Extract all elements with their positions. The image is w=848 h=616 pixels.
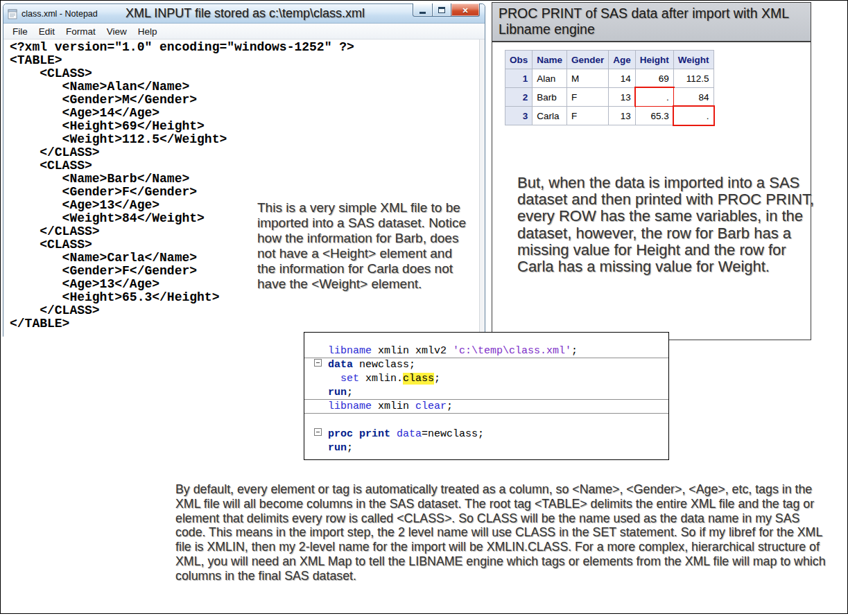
fold-collapse-icon[interactable] [314, 428, 322, 436]
column-header-name: Name [533, 51, 567, 69]
scrollbar[interactable] [479, 39, 485, 337]
code-token: libname [328, 345, 372, 357]
missing-height-cell: . [635, 88, 673, 107]
menu-format[interactable]: Format [60, 26, 101, 37]
menu-edit[interactable]: Edit [33, 26, 60, 37]
table-cell: M [567, 69, 609, 88]
table-cell: 84 [673, 88, 713, 107]
code-line: libname xmlin clear; [304, 400, 668, 414]
close-button[interactable] [451, 3, 480, 17]
code-line: run; [304, 386, 668, 400]
titlebar-caption: XML INPUT file stored as c:\temp\class.x… [126, 6, 365, 21]
page: class.xml - Notepad XML INPUT file store… [0, 0, 848, 614]
table-cell: 65.3 [635, 107, 673, 125]
code-token: data [397, 428, 422, 440]
code-token: ; [347, 442, 353, 454]
code-token: run [328, 387, 347, 398]
table-cell: 2 [505, 88, 533, 107]
table-row: 1 Alan M 14 69 112.5 [505, 69, 714, 88]
menu-view[interactable]: View [101, 26, 132, 37]
maximize-button[interactable] [433, 3, 451, 17]
explanation-note: By default, every element or tag is auto… [175, 482, 833, 583]
table-cell: F [567, 107, 609, 125]
code-token: 'c:\temp\class.xml' [453, 345, 571, 357]
table-cell: Alan [533, 69, 567, 88]
table-cell: F [567, 88, 609, 107]
code-token: xmlin. [359, 373, 403, 385]
sas-code-editor[interactable]: libname xmlin xmlv2 'c:\temp\class.xml';… [304, 332, 669, 460]
notepad-menubar: File Edit Format View Help [3, 24, 485, 39]
table-cell: 14 [609, 69, 636, 88]
code-token: ; [447, 401, 453, 412]
notepad-text-area[interactable]: <?xml version="1.0" encoding="windows-12… [3, 39, 485, 337]
column-header-gender: Gender [567, 51, 609, 69]
minimize-button[interactable] [413, 3, 433, 17]
proc-print-table: Obs Name Gender Age Height Weight 1 Alan… [505, 50, 714, 125]
code-token: xmlin [372, 401, 415, 412]
window-controls [413, 3, 480, 17]
table-row: 2 Barb F 13 . 84 [505, 88, 714, 107]
table-cell: Barb [533, 88, 567, 107]
table-cell: 13 [609, 107, 636, 125]
panel-header: PROC PRINT of SAS data after import with… [492, 3, 811, 42]
code-line: set xmlin.class; [304, 372, 668, 386]
code-token: clear [415, 401, 447, 412]
code-token: xmlin xmlv2 [372, 345, 453, 357]
code-token: libname [328, 401, 372, 412]
missing-values-note: But, when the data is imported into a SA… [517, 175, 821, 275]
table-row: 3 Carla F 13 65.3 . [505, 107, 714, 125]
menu-help[interactable]: Help [132, 26, 163, 37]
code-line: proc print data=newclass; [304, 428, 668, 441]
maximize-icon [438, 7, 445, 13]
column-header-height: Height [635, 51, 673, 69]
table-cell: Carla [533, 107, 567, 125]
code-token [328, 373, 340, 385]
code-token: run [328, 442, 347, 454]
table-cell: 13 [609, 88, 636, 107]
code-token: ; [347, 387, 353, 398]
code-token: ; [571, 345, 578, 357]
column-header-age: Age [609, 51, 636, 69]
missing-weight-cell: . [673, 107, 713, 125]
notepad-titlebar[interactable]: class.xml - Notepad XML INPUT file store… [3, 4, 485, 24]
window-title: class.xml - Notepad [21, 9, 98, 19]
code-line [304, 414, 668, 428]
code-token: data [328, 359, 353, 371]
code-token [390, 428, 397, 440]
column-header-obs: Obs [505, 51, 533, 69]
code-token: =newclass; [422, 428, 484, 440]
code-token: class [403, 373, 434, 385]
code-area: libname xmlin xmlv2 'c:\temp\class.xml';… [304, 333, 668, 455]
column-header-weight: Weight [673, 51, 713, 69]
fold-collapse-icon[interactable] [314, 359, 322, 367]
table-cell: 1 [505, 69, 533, 88]
code-token: newclass; [353, 359, 415, 371]
notepad-app-icon [8, 8, 17, 19]
table-cell: 69 [635, 69, 673, 88]
menu-file[interactable]: File [7, 26, 33, 37]
proc-print-panel: PROC PRINT of SAS data after import with… [492, 2, 811, 340]
code-line: data newclass; [304, 358, 668, 372]
panel-title: PROC PRINT of SAS data after import with… [499, 6, 797, 37]
table-cell: 3 [505, 107, 533, 125]
code-line: run; [304, 441, 668, 455]
table-header-row: Obs Name Gender Age Height Weight [505, 51, 714, 69]
xml-annotation-note: This is a very simple XML file to be imp… [257, 200, 472, 292]
code-token: set [340, 373, 359, 385]
minimize-icon [419, 12, 426, 14]
code-line: libname xmlin xmlv2 'c:\temp\class.xml'; [304, 344, 668, 358]
code-token: ; [434, 373, 440, 385]
table-cell: 112.5 [673, 69, 713, 88]
close-icon [462, 3, 468, 16]
code-token: proc print [328, 428, 390, 440]
